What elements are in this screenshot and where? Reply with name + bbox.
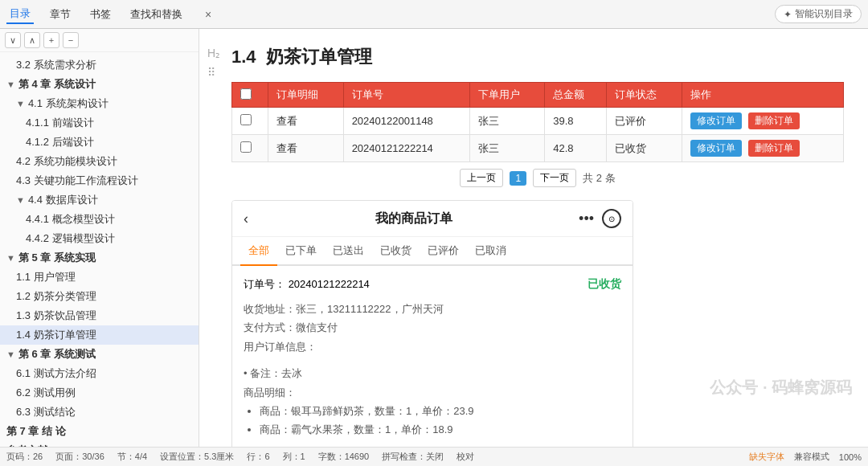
row1-delete-button[interactable]: 删除订单	[748, 112, 800, 129]
row1-status: 已评价	[607, 108, 682, 135]
page-title: 1.4 奶茶订单管理	[231, 45, 844, 69]
tree-item-refs[interactable]: 参考文献	[0, 441, 199, 447]
ai-toc-button[interactable]: ✦ 智能识别目录	[775, 5, 862, 23]
tree-item-13[interactable]: 1.3 奶茶饮品管理	[0, 306, 199, 325]
col-order-no: 订单号	[343, 83, 469, 108]
status-bar: 页码：26 页面：30/36 节：4/4 设置位置：5.3厘米 行：6 列：1 …	[0, 447, 868, 466]
col-info: 列：1	[283, 451, 305, 463]
order-status-badge: 已收货	[588, 277, 621, 292]
tree-item-ch6[interactable]: ▼第 6 章 系统测试	[0, 345, 199, 364]
content-area: H₂ ⠿ 1.4 奶茶订单管理 订单明细 订单号 下单用户 总金额 订单状态 操…	[199, 29, 868, 447]
tree-item-s32[interactable]: 3.2 系统需求分析	[0, 55, 199, 75]
sidebar-controls: ∨ ∧ + −	[0, 29, 199, 52]
tree-item-61[interactable]: 6.1 测试方法介绍	[0, 364, 199, 383]
current-page: 1	[510, 171, 526, 186]
tab-all[interactable]: 全部	[240, 237, 277, 266]
close-icon[interactable]: ×	[205, 8, 211, 21]
tree-item-11[interactable]: 1.1 用户管理	[0, 268, 199, 287]
row2-detail: 查看	[268, 135, 343, 162]
sidebar-tree: 3.2 系统需求分析 ▼第 4 章 系统设计 ▼4.1 系统架构设计 4.1.1…	[0, 52, 199, 447]
tree-item-412[interactable]: 4.1.2 后端设计	[0, 133, 199, 152]
tab-ordered[interactable]: 已下单	[277, 237, 325, 266]
tree-item-411[interactable]: 4.1.1 前端设计	[0, 113, 199, 133]
ai-icon: ✦	[784, 9, 792, 20]
tree-item-62[interactable]: 6.2 测试用例	[0, 383, 199, 403]
section-title-text: 奶茶订单管理	[266, 45, 372, 69]
total-records: 共 2 条	[583, 171, 615, 186]
col-checkbox	[232, 83, 268, 108]
tab-bookmark[interactable]: 书签	[87, 6, 114, 23]
row1-actions: 修改订单 删除订单	[682, 108, 843, 135]
row1-select[interactable]	[240, 114, 252, 125]
heading-icon[interactable]: H₂	[206, 45, 222, 61]
row2-actions: 修改订单 删除订单	[682, 135, 843, 162]
tab-toc[interactable]: 目录	[6, 5, 34, 24]
table-row: 查看 20240121222214 张三 42.8 已收货 修改订单 删除订单	[232, 135, 844, 162]
tree-item-ch7[interactable]: 第 7 章 结 论	[0, 422, 199, 441]
tab-find-replace[interactable]: 查找和替换	[127, 6, 186, 23]
tree-item-ch5[interactable]: ▼第 5 章 系统实现	[0, 248, 199, 268]
col-status: 订单状态	[607, 83, 682, 108]
table-row: 查看 20240122001148 张三 39.8 已评价 修改订单 删除订单	[232, 108, 844, 135]
row1-order-no: 20240122001148	[343, 108, 469, 135]
spell-check: 拼写检查：关闭	[382, 451, 444, 463]
row1-detail: 查看	[268, 108, 343, 135]
line-info: 行：6	[247, 451, 269, 463]
tree-item-41[interactable]: ▼4.1 系统架构设计	[0, 94, 199, 113]
tree-item-12[interactable]: 1.2 奶茶分类管理	[0, 287, 199, 306]
row2-status: 已收货	[607, 135, 682, 162]
tree-item-63[interactable]: 6.3 测试结论	[0, 403, 199, 422]
pagination: 上一页 1 下一页 共 2 条	[231, 169, 844, 187]
tree-item-14[interactable]: 1.4 奶茶订单管理	[0, 325, 199, 345]
collapse-btn[interactable]: ∨	[5, 32, 21, 48]
more-button[interactable]: •••	[579, 211, 594, 227]
main-area: ∨ ∧ + − 3.2 系统需求分析 ▼第 4 章 系统设计 ▼4.1 系统架构…	[0, 29, 868, 447]
tab-reviewed[interactable]: 已评价	[420, 237, 467, 266]
row2-select[interactable]	[240, 141, 252, 153]
check-btn[interactable]: 校对	[457, 451, 474, 463]
watermark: 公众号 · 码蜂窝源码	[710, 377, 852, 399]
ai-btn-label: 智能识别目录	[795, 7, 853, 21]
col-action: 操作	[682, 83, 843, 108]
prev-page-button[interactable]: 上一页	[460, 169, 503, 187]
tree-item-441[interactable]: 4.4.1 概念模型设计	[0, 210, 199, 229]
tree-item-43[interactable]: 4.3 关键功能工作流程设计	[0, 171, 199, 190]
card-tabs: 全部 已下单 已送出 已收货 已评价 已取消	[232, 237, 633, 266]
tree-item-44[interactable]: ▼4.4 数据库设计	[0, 190, 199, 210]
next-page-button[interactable]: 下一页	[533, 169, 576, 187]
tab-received[interactable]: 已收货	[372, 237, 420, 266]
order-no-value: 20240121222214	[289, 278, 370, 290]
record-button[interactable]: ⊙	[602, 209, 621, 228]
row2-checkbox	[232, 135, 268, 162]
section-info: 节：4/4	[117, 451, 147, 463]
row1-user: 张三	[469, 108, 545, 135]
content-toolbar: H₂ ⠿	[206, 45, 222, 80]
row2-user: 张三	[469, 135, 545, 162]
position-info: 设置位置：5.3厘米	[160, 451, 234, 463]
back-button[interactable]: ‹	[244, 211, 248, 227]
tree-item-442[interactable]: 4.4.2 逻辑模型设计	[0, 229, 199, 248]
row2-amount: 42.8	[545, 135, 607, 162]
grid-icon[interactable]: ⠿	[206, 64, 222, 80]
order-info-section: 收货地址：张三，13211112222，广州天河 支付方式：微信支付 用户订单信…	[244, 300, 621, 356]
add-btn[interactable]: +	[43, 32, 59, 48]
tree-item-ch4[interactable]: ▼第 4 章 系统设计	[0, 75, 199, 94]
col-detail: 订单明细	[268, 83, 343, 108]
row2-delete-button[interactable]: 删除订单	[748, 140, 800, 157]
expand-btn[interactable]: ∧	[24, 32, 40, 48]
row2-modify-button[interactable]: 修改订单	[690, 140, 742, 157]
row1-amount: 39.8	[545, 108, 607, 135]
status-right: 缺失字体 兼容模式 100%	[749, 451, 862, 463]
list-item: 商品：霸气水果茶，数量：1，单价：18.9	[260, 420, 621, 439]
select-all-checkbox[interactable]	[240, 88, 252, 100]
tab-cancelled[interactable]: 已取消	[467, 237, 514, 266]
tab-chapter[interactable]: 章节	[47, 6, 74, 23]
card-body: 订单号： 20240121222214 已收货 收货地址：张三，13211112…	[232, 266, 633, 447]
row1-modify-button[interactable]: 修改订单	[690, 112, 742, 129]
missing-font-warning: 缺失字体	[749, 451, 784, 463]
tree-item-42[interactable]: 4.2 系统功能模块设计	[0, 152, 199, 171]
tab-sent[interactable]: 已送出	[325, 237, 372, 266]
remove-btn[interactable]: −	[63, 32, 79, 48]
sidebar: ∨ ∧ + − 3.2 系统需求分析 ▼第 4 章 系统设计 ▼4.1 系统架构…	[0, 29, 199, 447]
card-title: 我的商品订单	[375, 211, 452, 227]
